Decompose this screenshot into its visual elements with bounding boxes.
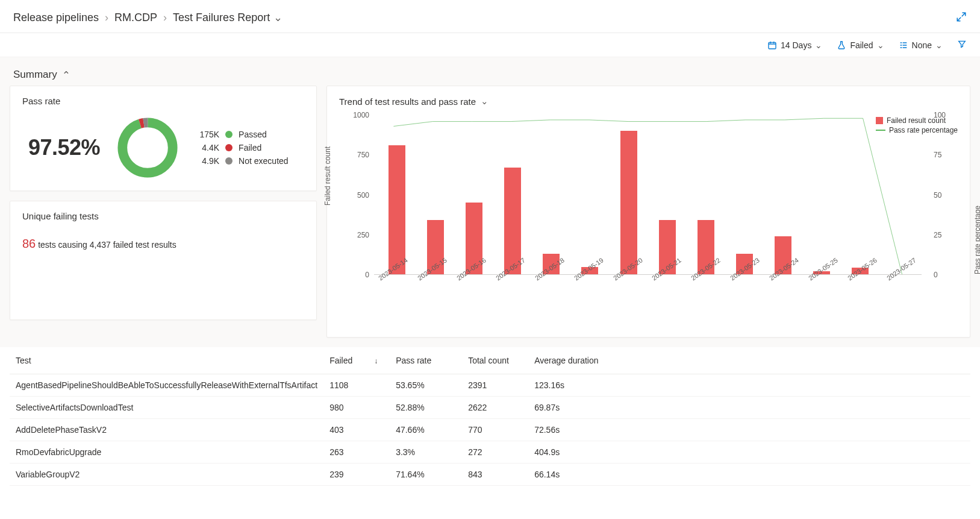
cell-tc: 2391: [462, 374, 528, 397]
cell-test: RmoDevfabricUpgrade: [10, 441, 323, 464]
col-test[interactable]: Test: [10, 347, 323, 374]
table-header-row: Test Failed↓ Pass rate Total count Avera…: [10, 347, 970, 374]
breadcrumb-pipeline[interactable]: RM.CDP: [114, 11, 157, 24]
group-icon: [899, 40, 908, 50]
chevron-up-icon: ⌄: [62, 68, 70, 81]
failing-tests-table: Test Failed↓ Pass rate Total count Avera…: [0, 347, 980, 495]
col-passrate[interactable]: Pass rate: [390, 347, 462, 374]
table-row[interactable]: SelectiveArtifactsDownloadTest98052.88%2…: [10, 397, 970, 419]
cell-pr: 53.65%: [390, 374, 462, 397]
cell-failed: 239: [323, 464, 390, 486]
chevron-right-icon: ›: [163, 11, 167, 24]
beaker-icon: [837, 40, 846, 50]
legend-notexec-label: Not executed: [239, 156, 289, 166]
chevron-down-icon: ⌄: [877, 40, 884, 50]
cell-pr: 52.88%: [390, 397, 462, 419]
chevron-right-icon: ›: [105, 11, 108, 24]
summary-section-header[interactable]: Summary ⌄: [0, 57, 980, 86]
cell-avg: 66.14s: [528, 464, 970, 486]
trend-card: Trend of test results and pass rate ⌄ Fa…: [326, 86, 970, 338]
sort-desc-icon: ↓: [374, 357, 378, 365]
groupby-filter[interactable]: None ⌄: [899, 40, 943, 50]
cell-tc: 770: [462, 419, 528, 441]
chevron-down-icon: ⌄: [481, 96, 488, 107]
y-right-axis-label: Pass rate percentage: [973, 206, 980, 274]
pass-rate-legend: 175KPassed 4.4KFailed 4.9KNot executed: [195, 130, 289, 166]
filter-icon[interactable]: [957, 39, 967, 51]
table-row[interactable]: AddDeletePhaseTaskV240347.66%77072.56s: [10, 419, 970, 441]
breadcrumb: Release pipelines › RM.CDP › Test Failur…: [13, 11, 282, 24]
legend-failed-label: Failed: [239, 143, 261, 153]
fullscreen-icon[interactable]: [956, 11, 967, 24]
unique-failing-count: 86: [22, 237, 36, 250]
legend-passed-count: 175K: [195, 130, 219, 139]
chevron-down-icon: ⌄: [935, 40, 943, 50]
breadcrumb-current-label: Test Failures Report: [173, 11, 270, 24]
unique-failing-card: Unique failing tests 86 tests causing 4,…: [10, 201, 317, 320]
cell-failed: 980: [323, 397, 390, 419]
cell-test: SelectiveArtifactsDownloadTest: [10, 397, 323, 419]
legend-failed-count: 4.4K: [195, 143, 219, 153]
cell-tc: 272: [462, 441, 528, 464]
cell-tc: 843: [462, 464, 528, 486]
cell-avg: 69.87s: [528, 397, 970, 419]
cell-test: AgentBasedPipelineShouldBeAbleToSuccessf…: [10, 374, 323, 397]
table-row[interactable]: RmoDevfabricUpgrade2633.3%272404.9s: [10, 441, 970, 464]
chevron-down-icon: ⌄: [273, 11, 282, 24]
cell-tc: 2622: [462, 397, 528, 419]
col-total[interactable]: Total count: [462, 347, 528, 374]
date-range-picker[interactable]: 14 Days ⌄: [767, 40, 822, 50]
unique-failing-title: Unique failing tests: [22, 211, 304, 221]
cell-avg: 404.9s: [528, 441, 970, 464]
pass-rate-title: Pass rate: [22, 96, 304, 106]
calendar-icon: [767, 40, 777, 50]
dot-icon: [225, 144, 233, 151]
trend-chart: Failed result count Pass rate percentage…: [339, 115, 958, 320]
page-header: Release pipelines › RM.CDP › Test Failur…: [0, 0, 980, 33]
breadcrumb-root[interactable]: Release pipelines: [13, 11, 99, 24]
legend-notexec-count: 4.9K: [195, 156, 219, 166]
cell-failed: 263: [323, 441, 390, 464]
cell-test: AddDeletePhaseTaskV2: [10, 419, 323, 441]
breadcrumb-current[interactable]: Test Failures Report ⌄: [173, 11, 282, 24]
col-failed[interactable]: Failed↓: [323, 347, 390, 374]
pass-rate-value: 97.52%: [22, 135, 100, 160]
trend-title-label: Trend of test results and pass rate: [339, 96, 476, 107]
dot-icon: [225, 131, 233, 138]
cell-pr: 71.64%: [390, 464, 462, 486]
date-range-label: 14 Days: [781, 40, 811, 50]
cell-failed: 403: [323, 419, 390, 441]
cell-pr: 3.3%: [390, 441, 462, 464]
pass-rate-donut: [114, 115, 181, 181]
y-left-axis-label: Failed result count: [323, 146, 332, 206]
table-row[interactable]: VariableGroupV223971.64%84366.14s: [10, 464, 970, 486]
cell-failed: 1108: [323, 374, 390, 397]
unique-failing-text: tests causing 4,437 failed test results: [38, 240, 176, 250]
groupby-label: None: [912, 40, 932, 50]
outcome-filter[interactable]: Failed ⌄: [837, 40, 884, 50]
svg-point-2: [122, 122, 172, 172]
legend-passed-label: Passed: [239, 130, 267, 139]
summary-label: Summary: [13, 69, 57, 81]
table-row[interactable]: AgentBasedPipelineShouldBeAbleToSuccessf…: [10, 374, 970, 397]
pass-rate-card: Pass rate 97.52% 175KPassed 4.4KFailed 4…: [10, 86, 317, 191]
filters-toolbar: 14 Days ⌄ Failed ⌄ None ⌄: [0, 33, 980, 57]
cell-avg: 123.16s: [528, 374, 970, 397]
trend-title[interactable]: Trend of test results and pass rate ⌄: [339, 96, 958, 107]
dot-icon: [225, 157, 233, 165]
svg-rect-0: [769, 42, 776, 49]
chevron-down-icon: ⌄: [815, 40, 822, 50]
outcome-label: Failed: [850, 40, 873, 50]
col-avgduration[interactable]: Average duration: [528, 347, 970, 374]
cell-avg: 72.56s: [528, 419, 970, 441]
trend-line: [393, 118, 902, 274]
cell-pr: 47.66%: [390, 419, 462, 441]
cell-test: VariableGroupV2: [10, 464, 323, 486]
